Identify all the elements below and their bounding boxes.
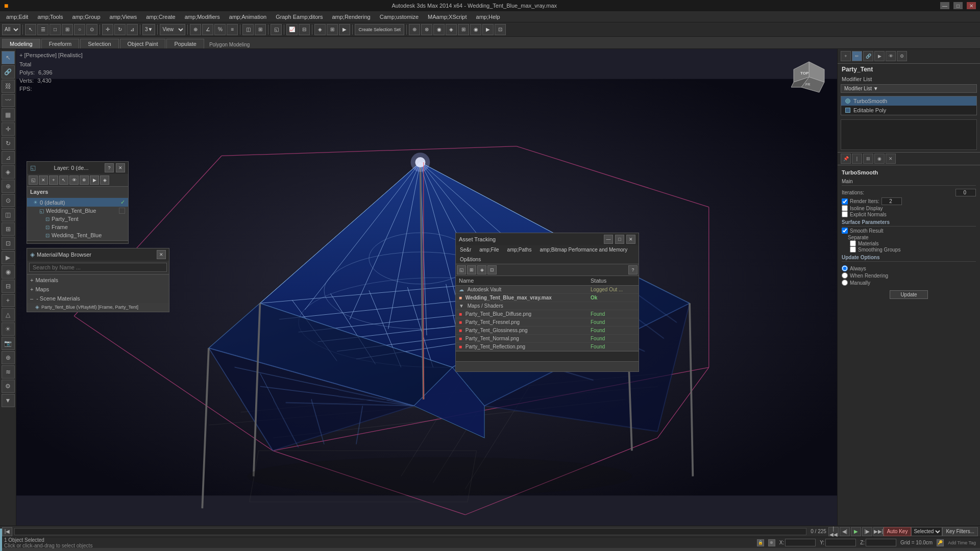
materials-check[interactable]: [850, 240, 856, 246]
mirror-tool[interactable]: ◫: [2, 208, 15, 221]
smoothing-check[interactable]: [850, 246, 856, 253]
lasso-select-button[interactable]: ○: [74, 24, 85, 35]
create-tab-btn[interactable]: +: [841, 51, 851, 61]
tab-modeling[interactable]: Modeling: [2, 39, 40, 48]
asset-col-name[interactable]: Name: [456, 276, 587, 286]
layer-item-weddingtentblue[interactable]: ⊡ Wedding_Tent_Blue: [27, 231, 128, 239]
tab-freeform[interactable]: Freeform: [41, 39, 80, 48]
modifier-list-header[interactable]: Modifier List ▼: [841, 84, 977, 93]
remove-modifier-btn[interactable]: ✕: [886, 154, 896, 164]
align-tool[interactable]: ⊞: [2, 222, 15, 236]
curve-editor-button[interactable]: 📈: [286, 24, 298, 35]
key-filters-button[interactable]: Key Filters...: [942, 527, 978, 536]
layer-item-wedding[interactable]: ◱ Wedding_Tent_Blue: [27, 207, 128, 215]
update-button[interactable]: Update: [890, 290, 927, 299]
snap-toggle-button[interactable]: ⊕: [190, 24, 201, 35]
systems-tool[interactable]: ⚙: [2, 380, 15, 393]
place-pivot[interactable]: ⊕: [2, 180, 15, 193]
menu-group[interactable]: amp;Group: [68, 13, 105, 21]
layer-close-btn[interactable]: ✕: [116, 163, 125, 172]
motion-tab-btn[interactable]: ▶: [874, 51, 885, 61]
scale-tool[interactable]: ⊿: [2, 151, 15, 164]
menu-edit[interactable]: amp;Edit: [2, 13, 32, 21]
x-input[interactable]: [785, 539, 816, 546]
explicit-check[interactable]: [842, 211, 848, 217]
go-start-btn[interactable]: |◀◀: [828, 527, 839, 536]
frame-slider[interactable]: [14, 528, 806, 535]
motion-tool[interactable]: ▶: [2, 251, 15, 264]
spinner-snap-button[interactable]: ≡: [227, 24, 238, 35]
select-filter-dropdown[interactable]: All: [2, 24, 20, 35]
maximize-button[interactable]: □: [953, 2, 963, 9]
layer-help-btn[interactable]: ?: [105, 163, 114, 172]
asset-row-map-normal[interactable]: ■ Party_Tent_Normal.png Found: [456, 335, 639, 343]
bind-space-warp[interactable]: 〰: [2, 94, 15, 107]
percent-snap-button[interactable]: %: [214, 24, 226, 35]
play-btn[interactable]: ▶: [851, 527, 861, 536]
asset-menu-paths[interactable]: amp;Paths: [505, 247, 534, 253]
mirror-button[interactable]: ◫: [242, 24, 254, 35]
material-editor-button[interactable]: ◈: [314, 24, 326, 35]
tab-populate[interactable]: Populate: [166, 39, 204, 48]
prev-frame-btn[interactable]: |◀: [2, 527, 12, 536]
layer-add-btn[interactable]: +: [49, 176, 58, 185]
layer-delete-btn[interactable]: ✕: [39, 176, 48, 185]
select-name-button[interactable]: ☰: [37, 24, 48, 35]
layer-select-btn[interactable]: ↖: [59, 176, 68, 185]
iterations-input[interactable]: [955, 189, 976, 196]
align-button[interactable]: ⊞: [255, 24, 266, 35]
menu-create[interactable]: amp;Create: [142, 13, 179, 21]
helpers-tool[interactable]: ⊕: [2, 351, 15, 364]
asset-menu-ser[interactable]: Se&r: [458, 247, 473, 253]
make-unique-btn[interactable]: ◉: [874, 154, 885, 164]
layer-item-frame[interactable]: ⊡ Frame: [27, 223, 128, 231]
render-iters-check[interactable]: [842, 198, 848, 205]
display-tab-btn[interactable]: 👁: [886, 51, 896, 61]
ref-coord-button[interactable]: 3▼: [142, 24, 155, 35]
render-iters-input[interactable]: [881, 197, 902, 205]
search-input[interactable]: [29, 263, 167, 272]
show-result-btn[interactable]: ⊞: [863, 154, 873, 164]
link-tool[interactable]: 🔗: [2, 65, 15, 79]
menu-customize[interactable]: Camp;ustomize: [376, 13, 423, 21]
set-key-mode-dropdown[interactable]: Selected: [911, 527, 942, 536]
prev-key-btn[interactable]: ◀|: [840, 527, 850, 536]
menu-animation[interactable]: amp;Animation: [225, 13, 271, 21]
modifier-item-turbosmooth[interactable]: TurboSmooth: [841, 96, 976, 106]
mat-browser-close-btn[interactable]: ✕: [157, 250, 166, 259]
modify-tab-btn[interactable]: ✏: [852, 51, 862, 61]
asset-row-vault[interactable]: ☁ Autodesk Vault Logged Out ...: [456, 286, 639, 294]
mat-section-maps[interactable]: + Maps: [27, 285, 169, 294]
menu-maxscript[interactable]: MAamp;XScript: [424, 13, 471, 21]
extra-btn-8[interactable]: ⊡: [495, 24, 506, 35]
close-button[interactable]: ✕: [967, 2, 976, 9]
angle-snap-button[interactable]: ∠: [202, 24, 213, 35]
mat-browser-search[interactable]: [27, 261, 169, 274]
extra-btn-1[interactable]: ⊕: [409, 24, 420, 35]
layer-color-btn[interactable]: ◈: [100, 176, 109, 185]
menu-rendering[interactable]: amp;Rendering: [328, 13, 374, 21]
create-tool[interactable]: +: [2, 294, 15, 307]
select-tool[interactable]: ↖: [2, 51, 15, 64]
pin-stack-btn[interactable]: 📌: [841, 154, 851, 164]
asset-row-map-fresnel[interactable]: ■ Party_Tent_Fresnel.png Found: [456, 318, 639, 327]
asset-toolbar-btn5[interactable]: ?: [628, 265, 638, 274]
paint-select-button[interactable]: ⊙: [86, 24, 97, 35]
extra-btn-7[interactable]: ▶: [482, 24, 494, 35]
extra-btn-4[interactable]: ◈: [446, 24, 457, 35]
show-end-btn[interactable]: |: [852, 154, 862, 164]
layer-freeze-btn[interactable]: ❄: [80, 176, 89, 185]
tab-objectpaint[interactable]: Object Paint: [120, 39, 166, 48]
update-manually-radio[interactable]: [842, 280, 848, 286]
move-tool[interactable]: ✛: [2, 122, 15, 136]
mat-item-partytent[interactable]: ◈ Party_Tent_Blue (VRayMtl) [Frame, Part…: [27, 303, 169, 311]
asset-minimize-btn[interactable]: —: [604, 235, 613, 244]
asset-row-map-gloss[interactable]: ■ Party_Tent_Glossiness.png Found: [456, 327, 639, 335]
update-rendering-radio[interactable]: [842, 272, 848, 279]
select-filter-tool[interactable]: ▦: [2, 108, 15, 121]
layer-hide-btn[interactable]: 👁: [69, 176, 79, 185]
asset-menu-file[interactable]: amp;File: [477, 247, 501, 253]
smooth-result-check[interactable]: [842, 228, 848, 234]
squash-tool[interactable]: ◈: [2, 165, 15, 179]
menu-modifiers[interactable]: amp;Modifiers: [181, 13, 224, 21]
